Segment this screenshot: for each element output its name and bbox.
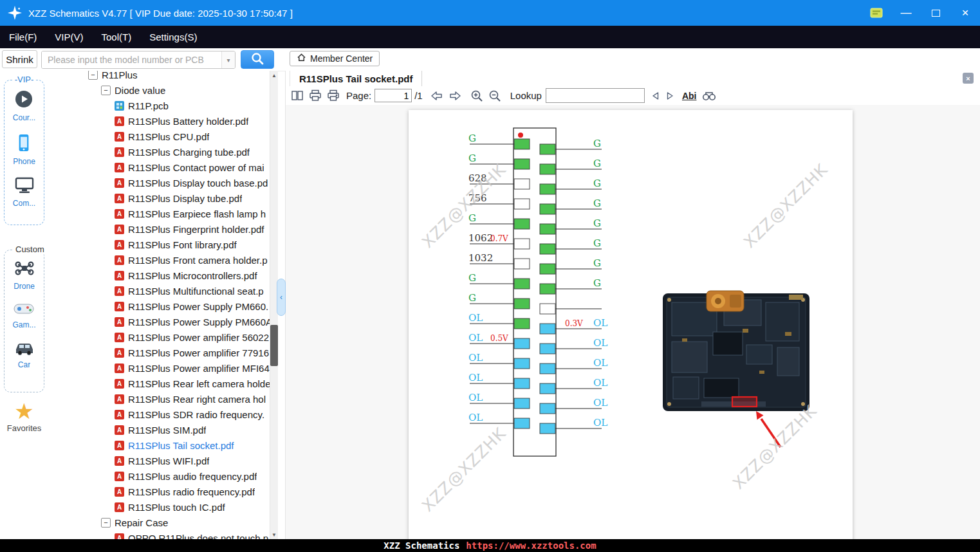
svg-text:G: G	[468, 133, 476, 144]
search-button[interactable]	[241, 50, 274, 69]
highlight-box	[732, 397, 757, 407]
zoom-in-icon[interactable]	[470, 89, 483, 102]
sidebar-item-course[interactable]: Cour...	[13, 89, 35, 122]
sidebar-item-drone[interactable]: Drone	[14, 259, 35, 291]
collapse-icon[interactable]: −	[101, 518, 111, 528]
scroll-up-icon[interactable]: ▲	[270, 71, 278, 80]
tree-item[interactable]: AR11SPlus radio frequency.pdf	[48, 484, 270, 499]
sidebar-item-label: Gam...	[12, 320, 35, 329]
previous-view-icon[interactable]	[430, 91, 443, 101]
tree-item-label: R11SPlus CPU.pdf	[128, 131, 209, 142]
tree-item[interactable]: AR11SPlus Front camera holder.p	[48, 252, 270, 268]
two-page-view-icon[interactable]	[291, 90, 304, 102]
svg-text:OL: OL	[468, 312, 483, 324]
collapse-icon[interactable]: −	[101, 86, 111, 95]
tree-item[interactable]: AR11SPlus Font library.pdf	[48, 237, 270, 252]
status-url: https://www.xzztools.com	[466, 540, 596, 551]
close-document-icon[interactable]: ×	[963, 73, 974, 84]
pdf-file-icon: A	[115, 271, 124, 281]
pdf-file-icon: A	[115, 225, 124, 234]
tree-item[interactable]: AR11SPlus audio frequency.pdf	[48, 468, 270, 484]
phone-icon	[16, 133, 32, 155]
tree-item[interactable]: AR11SPlus Display tube.pdf	[48, 190, 270, 206]
pdf-file-icon: A	[115, 487, 124, 497]
find-previous-icon[interactable]	[651, 91, 660, 100]
tree-item[interactable]: AR11SPlus Power Supply PM660A	[48, 314, 270, 329]
menu-vip[interactable]: VIP(V)	[46, 26, 92, 48]
sidebar-item-car[interactable]: Car	[14, 340, 35, 369]
tree-item[interactable]: AR11SPlus Rear left camera holde	[48, 376, 270, 391]
scrollbar-thumb[interactable]	[270, 325, 278, 366]
tree-item[interactable]: AR11SPlus CPU.pdf	[48, 129, 270, 144]
minimize-button[interactable]: —	[898, 5, 914, 21]
print-page-icon[interactable]	[327, 89, 340, 102]
svg-text:G: G	[593, 277, 601, 289]
sidebar-item-computer[interactable]: Com...	[13, 177, 35, 208]
app-window: XZZ Schematics V4.77 [ VIP Due date: 202…	[0, 0, 980, 552]
zoom-out-icon[interactable]	[488, 89, 501, 102]
status-bar: XZZ Schematics https://www.xzztools.com	[0, 539, 980, 552]
tree-item[interactable]: AR11SPlus Microcontrollers.pdf	[48, 268, 270, 283]
maximize-button[interactable]	[927, 5, 944, 21]
tree-item-label: R11SPlus Tail socket.pdf	[128, 440, 234, 451]
lookup-input[interactable]	[546, 88, 645, 103]
page-total: /1	[414, 90, 423, 101]
sidebar-item-label: Favorites	[7, 423, 41, 433]
close-button[interactable]: ×	[957, 5, 974, 21]
search-input[interactable]	[42, 51, 221, 68]
document-tab[interactable]: R11SPlus Tail socket.pdf	[290, 71, 422, 86]
tree-item[interactable]: AR11SPlus touch IC.pdf	[48, 499, 270, 515]
svg-text:0.3V: 0.3V	[565, 319, 583, 328]
tree-item[interactable]: AOPPO R11Plus does not touch.p	[48, 530, 270, 539]
binoculars-icon[interactable]	[702, 91, 716, 101]
tree-item[interactable]: AR11SPlus SDR radio frequency.	[48, 407, 270, 422]
pdf-file-icon: A	[115, 333, 124, 342]
print-icon[interactable]	[309, 89, 322, 102]
match-case-toggle[interactable]: Abi	[682, 91, 697, 101]
page-number-input[interactable]	[374, 89, 412, 102]
tree-item[interactable]: −R11Plus	[48, 71, 270, 82]
tree-item[interactable]: −Repair Case	[48, 515, 270, 530]
tree-item[interactable]: AR11SPlus Power amplifier 56022	[48, 329, 270, 345]
vip-card-icon[interactable]	[868, 5, 885, 21]
tree-item[interactable]: AR11SPlus Fingerprint holder.pdf	[48, 221, 270, 237]
sidebar-item-game[interactable]: Gam...	[12, 302, 35, 329]
tree-item[interactable]: AR11SPlus Power amplifier 77916	[48, 345, 270, 360]
sidebar-item-favorites[interactable]: ★ Favorites	[0, 400, 48, 433]
tree-item[interactable]: AR11SPlus Rear right camera hol	[48, 391, 270, 407]
next-view-icon[interactable]	[448, 91, 461, 101]
panel-collapse-handle[interactable]: ‹	[277, 279, 286, 316]
tree-item[interactable]: AR11SPlus Battery holder.pdf	[48, 113, 270, 129]
tree-item-label: R11SPlus Contact power of mai	[128, 162, 264, 173]
tree-item[interactable]: −Diode value	[48, 82, 270, 98]
svg-text:1032: 1032	[468, 252, 493, 264]
pdf-file-icon: A	[115, 348, 124, 358]
tree-item[interactable]: AR11SPlus SIM.pdf	[48, 422, 270, 437]
sidebar-item-phone[interactable]: Phone	[13, 133, 35, 166]
menu-tool[interactable]: Tool(T)	[93, 26, 141, 48]
member-center-button[interactable]: Member Center	[290, 51, 380, 66]
tree-item[interactable]: AR11SPlus Power amplifier MFI64	[48, 360, 270, 376]
svg-text:G: G	[468, 152, 476, 164]
svg-text:0.5V: 0.5V	[490, 334, 508, 343]
tree-item[interactable]: R11P.pcb	[48, 98, 270, 113]
tree-item[interactable]: AR11SPlus Charging tube.pdf	[48, 144, 270, 160]
tree-item[interactable]: AR11SPlus Contact power of mai	[48, 160, 270, 175]
tree-item[interactable]: AR11SPlus Earpiece flash lamp h	[48, 206, 270, 221]
shrink-button[interactable]: Shrink	[2, 50, 37, 68]
tree-item[interactable]: AR11SPlus Display touch base.pd	[48, 175, 270, 190]
tree-item[interactable]: AR11SPlus WIFI.pdf	[48, 453, 270, 468]
collapse-icon[interactable]: −	[88, 71, 98, 80]
pdf-file-icon: A	[115, 425, 124, 435]
tree-item[interactable]: AR11SPlus Multifunctional seat.p	[48, 283, 270, 299]
pdf-file-icon: A	[115, 116, 124, 126]
svg-text:OL: OL	[593, 317, 607, 329]
tree-item[interactable]: AR11SPlus Tail socket.pdf	[48, 437, 270, 453]
pin1-marker	[518, 133, 523, 138]
scroll-down-icon[interactable]: ▼	[270, 530, 278, 539]
menu-file[interactable]: File(F)	[0, 26, 46, 48]
find-next-icon[interactable]	[665, 91, 674, 100]
chevron-down-icon[interactable]: ▾	[221, 51, 235, 68]
menu-settings[interactable]: Settings(S)	[140, 26, 206, 48]
tree-item[interactable]: AR11SPlus Power Supply PM660.	[48, 299, 270, 314]
